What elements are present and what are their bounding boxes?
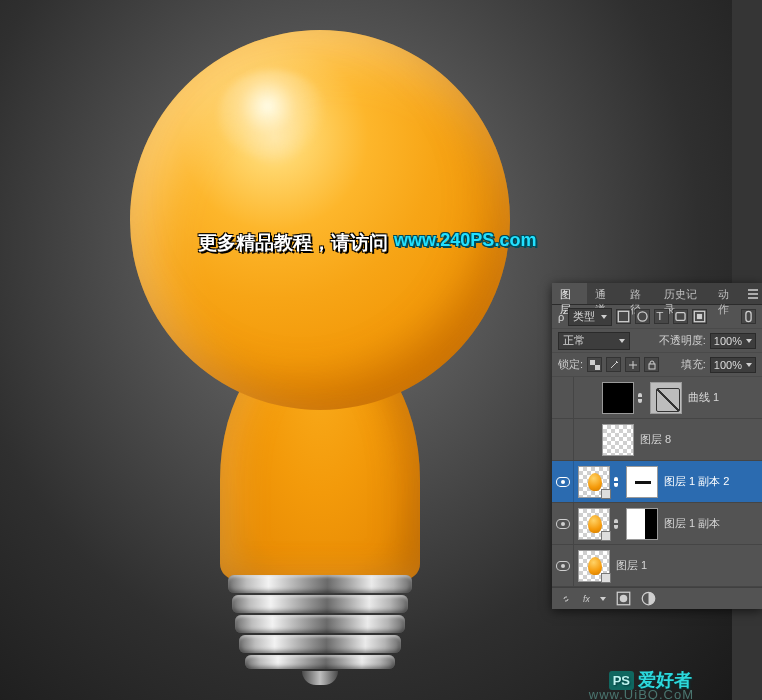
opacity-value: 100% [714, 335, 742, 347]
link-layers-button[interactable] [558, 591, 573, 606]
promo-text-cn: 更多精品教程，请访问 [198, 230, 388, 256]
smart-object-badge [601, 489, 611, 499]
mask-link-icon[interactable] [610, 461, 622, 502]
layer-thumb[interactable] [578, 550, 610, 582]
filter-kind-select[interactable]: 类型 [568, 308, 612, 326]
adjustment-thumb[interactable] [650, 382, 682, 414]
watermark-url: www.UiBQ.CoM [589, 687, 694, 700]
layer-filter-row: ρ 类型 T [552, 305, 762, 329]
svg-rect-3 [676, 313, 685, 321]
visibility-toggle[interactable] [552, 419, 574, 460]
layer-name[interactable]: 图层 8 [640, 432, 671, 447]
visibility-toggle[interactable] [552, 503, 574, 544]
fill-field[interactable]: 100% [710, 357, 756, 373]
layer-mask-thumb[interactable] [626, 508, 658, 540]
svg-rect-7 [590, 360, 595, 365]
lock-row: 锁定: 填充: 100% [552, 353, 762, 377]
lock-transparent-icon[interactable] [587, 357, 602, 372]
tab-channels[interactable]: 通道 [587, 283, 622, 304]
visibility-toggle[interactable] [552, 461, 574, 502]
layer-name[interactable]: 图层 1 副本 2 [664, 474, 729, 489]
smart-object-badge [601, 573, 611, 583]
panel-tab-bar: 图层 通道 路径 历史记录 动作 [552, 283, 762, 305]
tab-actions[interactable]: 动作 [710, 283, 745, 304]
lock-label: 锁定: [558, 357, 583, 372]
filter-type-icon[interactable]: T [654, 309, 669, 324]
panel-menu-button[interactable] [745, 283, 762, 304]
svg-text:T: T [657, 310, 664, 322]
blend-mode-select[interactable]: 正常 [558, 332, 630, 350]
panel-footer: fx [552, 587, 762, 609]
chevron-down-icon [601, 315, 607, 319]
fx-button[interactable]: fx [583, 591, 598, 606]
eye-icon [556, 477, 570, 487]
layer-list: 曲线 1 图层 8 图层 1 副本 2 图层 1 副本 图层 1 [552, 377, 762, 587]
bulb-metal-base [228, 575, 412, 685]
layer-row[interactable]: 曲线 1 [552, 377, 762, 419]
layer-name[interactable]: 图层 1 副本 [664, 516, 720, 531]
layer-name[interactable]: 图层 1 [616, 558, 647, 573]
chevron-down-icon [746, 363, 752, 367]
filter-pixel-icon[interactable] [616, 309, 631, 324]
svg-text:fx: fx [583, 594, 590, 604]
tab-history[interactable]: 历史记录 [656, 283, 710, 304]
blend-row: 正常 不透明度: 100% [552, 329, 762, 353]
visibility-toggle[interactable] [552, 377, 574, 418]
menu-icon [747, 289, 759, 299]
chevron-down-icon [600, 597, 606, 601]
layer-row[interactable]: 图层 8 [552, 419, 762, 461]
opacity-field[interactable]: 100% [710, 333, 756, 349]
new-adjustment-button[interactable] [641, 591, 656, 606]
svg-rect-6 [746, 311, 751, 321]
layers-panel: 图层 通道 路径 历史记录 动作 ρ 类型 T 正常 不透明度: 100% [552, 283, 762, 609]
fill-label: 填充: [681, 357, 706, 372]
svg-rect-5 [697, 314, 702, 319]
add-mask-button[interactable] [616, 591, 631, 606]
promo-text-url: www.240PS.com [394, 230, 536, 256]
filter-adjust-icon[interactable] [635, 309, 650, 324]
filter-toggle[interactable] [741, 309, 756, 324]
layer-thumb[interactable] [602, 424, 634, 456]
layer-thumb[interactable] [578, 466, 610, 498]
lock-position-icon[interactable] [625, 357, 640, 372]
opacity-label: 不透明度: [659, 333, 706, 348]
artwork-lightbulb [130, 30, 510, 575]
svg-rect-8 [595, 365, 600, 370]
lock-all-icon[interactable] [644, 357, 659, 372]
layer-mask-thumb[interactable] [602, 382, 634, 414]
svg-point-12 [620, 595, 628, 603]
mask-link-icon[interactable] [610, 503, 622, 544]
chevron-down-icon [619, 339, 625, 343]
filter-smart-icon[interactable] [692, 309, 707, 324]
svg-rect-0 [619, 311, 629, 321]
filter-shape-icon[interactable] [673, 309, 688, 324]
smart-object-badge [601, 531, 611, 541]
layer-thumb[interactable] [578, 508, 610, 540]
svg-rect-9 [649, 364, 655, 369]
layer-mask-thumb[interactable] [626, 466, 658, 498]
kind-icon: ρ [558, 311, 564, 323]
tab-layers[interactable]: 图层 [552, 283, 587, 304]
blend-mode-value: 正常 [563, 333, 585, 348]
bulb-glass [130, 30, 510, 410]
visibility-toggle[interactable] [552, 545, 574, 586]
tab-paths[interactable]: 路径 [622, 283, 657, 304]
lock-pixels-icon[interactable] [606, 357, 621, 372]
layer-name[interactable]: 曲线 1 [688, 390, 719, 405]
eye-icon [556, 519, 570, 529]
filter-kind-label: 类型 [573, 309, 595, 324]
layer-row[interactable]: 图层 1 副本 [552, 503, 762, 545]
svg-point-1 [638, 312, 647, 321]
mask-link-icon[interactable] [634, 377, 646, 418]
chevron-down-icon [746, 339, 752, 343]
eye-icon [556, 561, 570, 571]
fill-value: 100% [714, 359, 742, 371]
layer-row[interactable]: 图层 1 [552, 545, 762, 587]
layer-row-selected[interactable]: 图层 1 副本 2 [552, 461, 762, 503]
promo-text: 更多精品教程，请访问 www.240PS.com [198, 230, 536, 256]
